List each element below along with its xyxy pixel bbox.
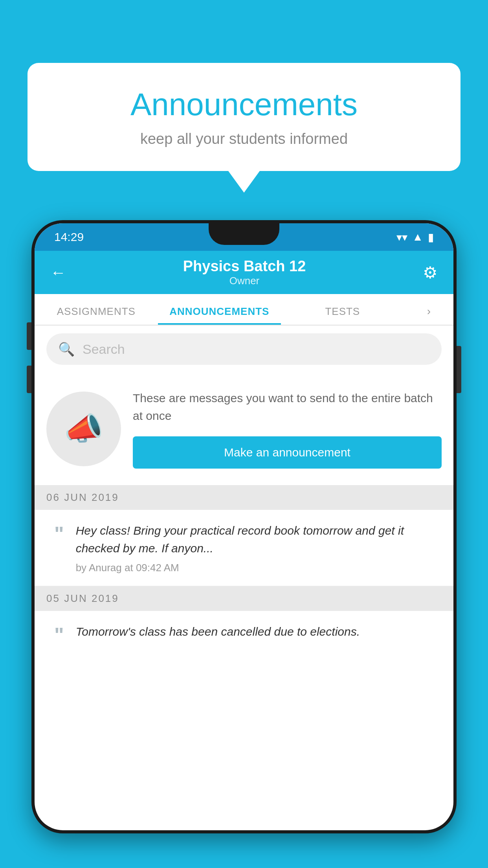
bubble-subtitle: keep all your students informed (59, 131, 429, 147)
message-meta-1: by Anurag at 09:42 AM (76, 562, 442, 574)
settings-icon[interactable]: ⚙ (423, 263, 438, 282)
tabs-bar: ASSIGNMENTS ANNOUNCEMENTS TESTS › (35, 294, 453, 326)
date-separator-2: 05 JUN 2019 (35, 586, 453, 611)
search-icon: 🔍 (58, 341, 75, 357)
volume-up-button (27, 322, 31, 350)
status-time: 14:29 (54, 230, 84, 244)
batch-role: Owner (183, 275, 306, 287)
message-content-2: Tomorrow's class has been cancelled due … (76, 623, 442, 645)
battery-icon: ▮ (428, 231, 434, 244)
header-center: Physics Batch 12 Owner (183, 258, 306, 287)
message-text-2: Tomorrow's class has been cancelled due … (76, 623, 442, 640)
tab-assignments[interactable]: ASSIGNMENTS (35, 305, 158, 325)
speech-bubble: Announcements keep all your students inf… (28, 63, 460, 171)
message-item-1[interactable]: " Hey class! Bring your practical record… (35, 510, 453, 586)
tab-announcements[interactable]: ANNOUNCEMENTS (158, 305, 281, 325)
search-placeholder: Search (83, 342, 125, 357)
phone-frame: 14:29 ▾▾ ▲ ▮ ← Physics Batch 12 Owner ⚙ (31, 220, 457, 833)
power-button (457, 346, 461, 393)
quote-icon-2: " (54, 625, 64, 645)
app-header: ← Physics Batch 12 Owner ⚙ (35, 251, 453, 294)
announcement-description: These are messages you want to send to t… (133, 389, 442, 425)
phone-notch (209, 223, 279, 245)
tab-more[interactable]: › (404, 305, 453, 325)
phone-screen: 14:29 ▾▾ ▲ ▮ ← Physics Batch 12 Owner ⚙ (35, 223, 453, 830)
speech-bubble-section: Announcements keep all your students inf… (28, 63, 460, 193)
phone-container: 14:29 ▾▾ ▲ ▮ ← Physics Batch 12 Owner ⚙ (31, 220, 457, 868)
megaphone-circle: 📣 (46, 392, 121, 466)
back-button[interactable]: ← (50, 264, 66, 281)
wifi-icon: ▾▾ (396, 231, 407, 244)
volume-down-button (27, 366, 31, 393)
announcement-empty-card: 📣 These are messages you want to send to… (35, 373, 453, 484)
announcement-card-content: These are messages you want to send to t… (133, 389, 442, 469)
megaphone-icon: 📣 (64, 410, 103, 447)
status-icons: ▾▾ ▲ ▮ (396, 231, 434, 244)
date-separator-1: 06 JUN 2019 (35, 485, 453, 510)
batch-title: Physics Batch 12 (183, 258, 306, 275)
bubble-title: Announcements (59, 86, 429, 123)
message-item-2[interactable]: " Tomorrow's class has been cancelled du… (35, 611, 453, 657)
bubble-arrow (228, 171, 260, 193)
message-text-1: Hey class! Bring your practical record b… (76, 522, 442, 557)
tab-tests[interactable]: TESTS (281, 305, 404, 325)
search-bar[interactable]: 🔍 Search (46, 333, 442, 365)
signal-icon: ▲ (412, 231, 423, 243)
message-content-1: Hey class! Bring your practical record b… (76, 522, 442, 574)
quote-icon-1: " (54, 524, 64, 544)
search-container: 🔍 Search (35, 326, 453, 373)
make-announcement-button[interactable]: Make an announcement (133, 436, 442, 469)
